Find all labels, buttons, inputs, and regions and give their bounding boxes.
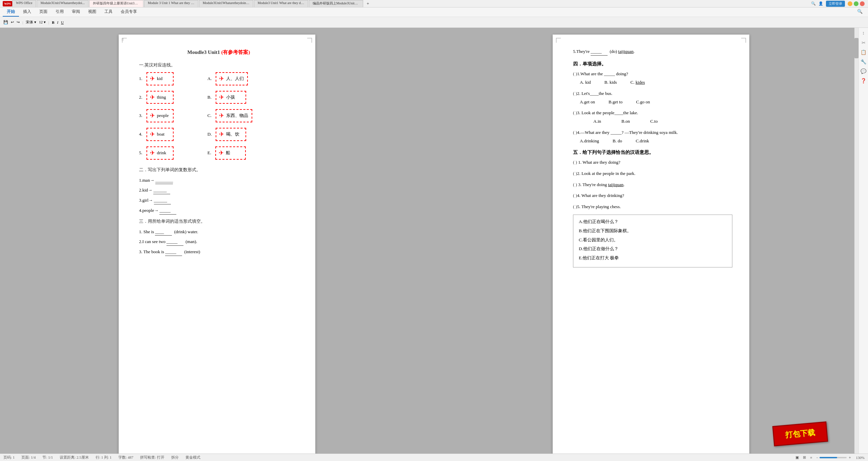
sidebar-icon-6[interactable]: ❓ — [860, 78, 867, 85]
plane-icon-C: ✈ — [219, 111, 224, 121]
answer-opt-B: B.他们正在下围国际象棋。 — [579, 227, 727, 235]
ribbon-tab-tools[interactable]: 工具 — [100, 7, 117, 17]
word-box-kid: ✈ kid — [146, 72, 174, 85]
choose-paren-2: ( ) — [573, 171, 577, 176]
right-doc-page: 5.They're_____ (do) taijiquan. 四．单项选择。 (… — [553, 35, 749, 461]
plane-icon-D: ✈ — [219, 129, 224, 139]
cn-text-E: 船 — [226, 149, 230, 157]
word-box-thing: ✈ thing — [146, 91, 174, 104]
letter-A: A. — [208, 75, 212, 82]
match-item-1: 1. ✈ kid — [139, 72, 174, 85]
minimize-button[interactable] — [848, 1, 852, 6]
sidebar-icon-5[interactable]: 💬 — [860, 68, 867, 75]
mc-q-1: ( )1.What are the _____ doing? — [573, 71, 732, 78]
ribbon-tab-review[interactable]: 审阅 — [68, 7, 84, 17]
tab-foreign-lang[interactable]: 外研版四年级上册英语Unit3Mould... — [89, 0, 143, 7]
mc-paren-3: ( ) — [573, 110, 577, 115]
word-thing: thing — [157, 94, 166, 101]
mc-opt-1C: C. kides — [630, 79, 645, 86]
blank-drink: ____ — [155, 228, 172, 236]
status-cursor: 节: 1/1 — [42, 455, 53, 460]
taijiquan-2: taijiquan — [608, 182, 624, 187]
ribbon-tab-view[interactable]: 视图 — [84, 7, 100, 17]
ribbon-tab-ref[interactable]: 引用 — [52, 7, 68, 17]
main-area: ⠿ Moudle3 Unit1 (有参考答案) 一.英汉对应连线。 1. ✈ k… — [0, 28, 868, 461]
title-bar-right: 🔍 👤 立即登录 — [811, 1, 868, 7]
font-size[interactable]: 12 ▾ — [39, 20, 46, 24]
choose-item-5: ( )5. They're playing chess. — [573, 203, 732, 211]
cn-text-D: 喝、饮 — [226, 131, 239, 138]
word-box-boat: ✈ boat — [146, 128, 174, 141]
right-sidebar: ↕ ✂ 📋 🔧 💬 ❓ — [859, 28, 868, 461]
blank-interest: _____ — [165, 248, 182, 256]
match-answer-B: B. ✈ 小孩 — [208, 91, 252, 104]
maximize-button[interactable] — [854, 1, 859, 6]
login-button[interactable]: 立即登录 — [826, 1, 845, 7]
match-exercise: 1. ✈ kid 2. ✈ thing — [139, 72, 298, 160]
zoom-fill — [820, 457, 837, 458]
mc-item-4: ( )4.—What are they _____? —They're drin… — [573, 129, 732, 145]
underline-btn[interactable]: U — [61, 20, 64, 24]
ribbon-tab-start[interactable]: 开始 — [3, 7, 19, 17]
mc-item-2: ( )2. Let's____the bus. A.get on B.get t… — [573, 90, 732, 106]
tab-wps-office[interactable]: WPS Office — [12, 0, 36, 7]
mc-opt-4A: A.drinking — [580, 138, 599, 145]
fill-5: 5.They're_____ (do) taijiquan. — [573, 48, 732, 56]
tab-module3[interactable]: Module3Unit1Whataretheydoi... — [37, 0, 88, 7]
plane-icon-E: ✈ — [219, 148, 224, 158]
plane-icon-2: ✈ — [150, 93, 155, 102]
left-doc-panel: ⠿ Moudle3 Unit1 (有参考答案) 一.英汉对应连线。 1. ✈ k… — [0, 28, 434, 461]
view-icon-3[interactable]: ≡ — [810, 456, 812, 460]
sidebar-icon-4[interactable]: 🔧 — [860, 59, 867, 66]
choose-item-1: ( ) 1. What are they doing? — [573, 159, 732, 166]
font-select[interactable]: 宋体 ▾ — [26, 20, 36, 25]
zoom-in-button[interactable]: ＋ — [848, 455, 852, 460]
tab-module3-2[interactable]: Module 3 Unit 1 What are they do... — [144, 0, 198, 7]
add-tab-button[interactable]: ＋ — [364, 0, 372, 7]
ribbon-tab-page[interactable]: 页面 — [35, 7, 52, 17]
ribbon-tab-insert[interactable]: 插入 — [19, 7, 35, 17]
italic-btn[interactable]: I — [57, 20, 58, 24]
ribbon-tab-member[interactable]: 会员专享 — [117, 7, 141, 17]
blank-girl: ______ — [154, 197, 171, 204]
tab-module3-3[interactable]: Module3Unit1Whataretheydoing!!! — [199, 0, 253, 7]
blank-man: ________ — [155, 177, 173, 184]
plural-3: 3.girl→______ — [139, 197, 298, 204]
wps-logo: WPS — [3, 1, 12, 6]
save-icon[interactable]: 💾 — [3, 20, 8, 24]
cn-box-D: ✈ 喝、饮 — [216, 128, 246, 141]
section2-title: 二．写出下列单词的复数形式。 — [139, 166, 298, 174]
tab-module3-5[interactable]: 编晶外研版四上Module3Unit1Wha... — [309, 0, 363, 7]
blank-man2: _____ — [166, 238, 183, 246]
scroll-thumb[interactable] — [854, 38, 859, 58]
search-input-icon[interactable]: 🔍 — [854, 7, 865, 17]
plane-icon-4: ✈ — [150, 129, 155, 139]
match-item-4: 4. ✈ boat — [139, 128, 174, 141]
answer-options-box: A.他们正在喝什么？ B.他们正在下围国际象棋。 C.看公园里的人们。 D.他们… — [573, 215, 732, 267]
status-spell: 拼写检查: 打开 — [140, 455, 164, 460]
mc-opts-1: A. kid B. kids C. kides — [573, 79, 732, 86]
status-chars: 字数: 487 — [118, 455, 133, 460]
view-icon-1[interactable]: ▣ — [795, 455, 799, 460]
redo-icon[interactable]: ↪ — [17, 20, 20, 24]
sidebar-icon-3[interactable]: 📋 — [860, 49, 867, 56]
sidebar-icon-2[interactable]: ✂ — [860, 40, 867, 47]
cn-box-A: ✈ 人、人们 — [216, 72, 248, 85]
section3-title: 三．用所给单词的适当形式填空。 — [139, 218, 298, 225]
undo-icon[interactable]: ↩ — [11, 20, 14, 24]
sidebar-icon-1[interactable]: ↕ — [860, 31, 867, 37]
match-item-3: 3. ✈ people — [139, 109, 174, 122]
choose-paren-4: ( ) — [573, 193, 577, 198]
word-people: people — [157, 112, 169, 119]
section5-title: 五．给下列句子选择恰当的汉语意思。 — [573, 149, 732, 156]
choose-item-4: ( )4. What are they drinking? — [573, 192, 732, 199]
close-button[interactable] — [860, 1, 865, 6]
status-settings: 设置距离: 2.5厘米 — [60, 455, 89, 460]
letter-B: B. — [208, 94, 212, 101]
scroll-area[interactable] — [854, 28, 859, 461]
zoom-out-button[interactable]: − — [816, 456, 818, 460]
bold-btn[interactable]: B — [52, 20, 54, 24]
view-icon-2[interactable]: ⊞ — [803, 455, 806, 460]
tab-module3-4[interactable]: Module3 Unit1 What are they doi... — [254, 0, 308, 7]
section1-title: 一.英汉对应连线。 — [139, 62, 298, 69]
